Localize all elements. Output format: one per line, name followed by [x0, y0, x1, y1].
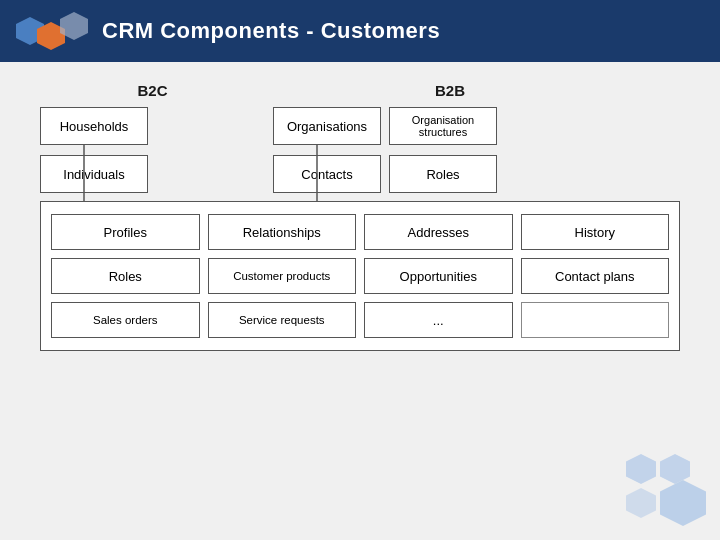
profiles-box: Profiles: [51, 214, 200, 250]
organisations-box: Organisations: [273, 107, 381, 145]
relationships-box: Relationships: [208, 214, 357, 250]
top-row: Households Organisations Organisation st…: [30, 107, 690, 145]
history-box: History: [521, 214, 670, 250]
empty-box: [521, 302, 670, 338]
contact-plans-box: Contact plans: [521, 258, 670, 294]
diagram-wrapper: Households Organisations Organisation st…: [20, 107, 700, 351]
contacts-box: Contacts: [273, 155, 381, 193]
service-requests-box: Service requests: [208, 302, 357, 338]
addresses-box: Addresses: [364, 214, 513, 250]
second-row: Individuals Contacts Roles: [30, 155, 690, 193]
roles-box: Roles: [51, 258, 200, 294]
org-structures-box: Organisation structures: [389, 107, 497, 145]
deco-hex-2: [660, 454, 690, 484]
b2c-label: B2C: [30, 82, 275, 99]
ellipsis-box: ...: [364, 302, 513, 338]
deco-hex-large: [660, 480, 706, 526]
customer-products-box: Customer products: [208, 258, 357, 294]
section-labels: B2C B2B: [20, 82, 700, 99]
inner-grid: Profiles Relationships Addresses History…: [51, 214, 669, 338]
page-title: CRM Components - Customers: [102, 18, 440, 44]
sales-orders-box: Sales orders: [51, 302, 200, 338]
deco-hex-group: [626, 454, 706, 526]
roles-top-box: Roles: [389, 155, 497, 193]
households-box: Households: [40, 107, 148, 145]
content-area: B2C B2B Households Organisations Organis…: [0, 62, 720, 361]
deco-hex-3: [626, 488, 656, 518]
b2b-label: B2B: [295, 82, 605, 99]
header: CRM Components - Customers: [0, 0, 720, 62]
deco-hex-1: [626, 454, 656, 484]
logo: [16, 12, 88, 50]
inner-section: Profiles Relationships Addresses History…: [40, 201, 680, 351]
individuals-box: Individuals: [40, 155, 148, 193]
opportunities-box: Opportunities: [364, 258, 513, 294]
